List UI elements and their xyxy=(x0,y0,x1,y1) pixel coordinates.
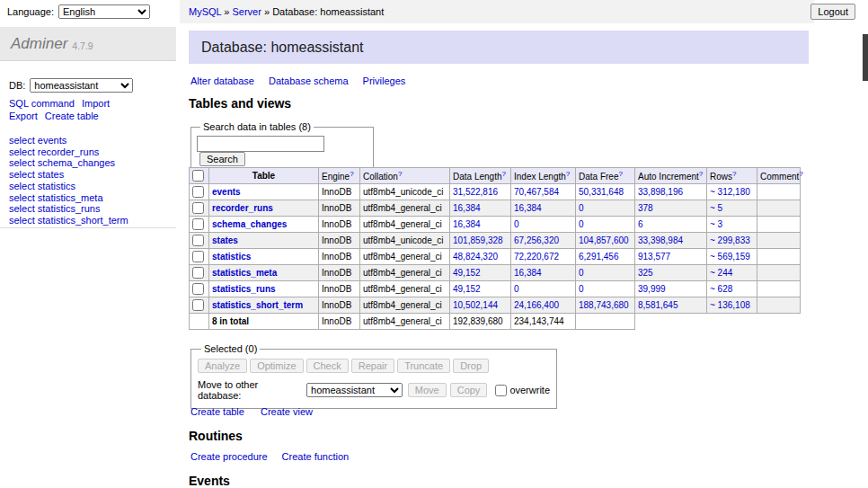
cell-data_length-link[interactable]: 31,522,816 xyxy=(453,187,498,197)
link-create-view[interactable]: Create view xyxy=(261,406,313,417)
cell-auto_increment-link[interactable]: 33,398,984 xyxy=(638,235,683,245)
table-link-recorder-runs[interactable]: recorder_runs xyxy=(212,203,273,213)
help-collation-link[interactable]: ? xyxy=(398,170,402,178)
cell-rows-link[interactable]: ~ 5 xyxy=(710,203,722,213)
cell-auto_increment-link[interactable]: 378 xyxy=(638,203,653,213)
cell-index_length-link[interactable]: 72,220,672 xyxy=(514,252,559,262)
cell-index_length-link[interactable]: 0 xyxy=(514,284,519,294)
table-link-statistics-runs[interactable]: statistics_runs xyxy=(212,284,276,294)
cell-index_length-link[interactable]: 24,166,400 xyxy=(514,300,559,310)
help-rows-link[interactable]: ? xyxy=(732,170,736,178)
table-link-events[interactable]: events xyxy=(212,187,241,197)
row-checkbox[interactable] xyxy=(192,186,204,198)
cell-rows-link[interactable]: ~ 244 xyxy=(710,268,732,278)
cell-data_free-link[interactable]: 6,291,456 xyxy=(579,252,619,262)
search-input[interactable] xyxy=(197,136,324,152)
cell-data_free-link[interactable]: 188,743,680 xyxy=(579,300,629,310)
analyze-button[interactable]: Analyze xyxy=(198,359,247,373)
cell-index_length-link[interactable]: 16,384 xyxy=(514,268,542,278)
cell-index_length-link[interactable]: 70,467,584 xyxy=(514,187,559,197)
breadcrumb-link-mysql[interactable]: MySQL xyxy=(189,6,221,17)
scrollbar-thumb[interactable] xyxy=(863,34,868,81)
cell-data_length-link[interactable]: 10,502,144 xyxy=(453,300,498,310)
cell-index_length-link[interactable]: 16,384 xyxy=(514,203,542,213)
sidebar-table-link-select-recorder-runs[interactable]: select recorder_runs xyxy=(9,146,128,158)
cell-auto_increment-link[interactable]: 913,577 xyxy=(638,252,670,262)
cell-auto_increment-link[interactable]: 33,898,196 xyxy=(638,187,683,197)
table-link-schema-changes[interactable]: schema_changes xyxy=(212,219,287,229)
cell-rows-link[interactable]: ~ 136,108 xyxy=(710,300,750,310)
move-db-select[interactable]: homeassistant xyxy=(306,383,403,397)
row-checkbox[interactable] xyxy=(192,202,204,214)
optimize-button[interactable]: Optimize xyxy=(250,359,303,373)
action-link-privileges[interactable]: Privileges xyxy=(363,75,406,86)
cell-rows-link[interactable]: ~ 3 xyxy=(710,219,722,229)
table-link-states[interactable]: states xyxy=(212,235,238,245)
cell-rows-link[interactable]: ~ 569,159 xyxy=(710,252,750,262)
table-link-statistics-short-term[interactable]: statistics_short_term xyxy=(212,300,303,310)
logout-button[interactable]: Logout xyxy=(810,4,855,20)
row-checkbox[interactable] xyxy=(192,283,204,295)
cell-data_length-link[interactable]: 101,859,328 xyxy=(453,235,503,245)
cell-rows-link[interactable]: ~ 312,180 xyxy=(710,187,750,197)
sidebar-table-link-select-schema-changes[interactable]: select schema_changes xyxy=(9,157,128,169)
truncate-button[interactable]: Truncate xyxy=(397,359,450,373)
cell-data_length-link[interactable]: 49,152 xyxy=(453,284,481,294)
cell-auto_increment-link[interactable]: 8,581,645 xyxy=(638,300,678,310)
row-checkbox[interactable] xyxy=(192,299,204,311)
cell-data_free-link[interactable]: 50,331,648 xyxy=(579,187,624,197)
cell-data_free-link[interactable]: 0 xyxy=(579,284,584,294)
cell-data_length-link[interactable]: 49,152 xyxy=(453,268,481,278)
cell-data_length-link[interactable]: 48,824,320 xyxy=(453,252,498,262)
sidebar-table-link-select-statistics-meta[interactable]: select statistics_meta xyxy=(9,192,128,204)
language-select[interactable]: English xyxy=(58,4,150,19)
cell-index_length-link[interactable]: 0 xyxy=(514,219,519,229)
action-link-database-schema[interactable]: Database schema xyxy=(269,75,349,86)
sidebar-table-link-select-statistics-short-term[interactable]: select statistics_short_term xyxy=(9,215,128,226)
help-data-free-link[interactable]: ? xyxy=(618,170,622,178)
row-checkbox[interactable] xyxy=(192,267,204,279)
table-link-statistics[interactable]: statistics xyxy=(212,252,251,262)
cell-data_free-link[interactable]: 0 xyxy=(579,203,584,213)
table-link-statistics-meta[interactable]: statistics_meta xyxy=(212,268,277,278)
link-create-procedure[interactable]: Create procedure xyxy=(190,451,268,462)
sidebar-table-link-select-states[interactable]: select states xyxy=(9,169,128,181)
sidebar-link-export[interactable]: Export xyxy=(9,111,38,121)
action-link-alter-database[interactable]: Alter database xyxy=(190,75,254,86)
row-checkbox[interactable] xyxy=(192,218,204,230)
search-button[interactable]: Search xyxy=(199,152,245,166)
row-checkbox[interactable] xyxy=(192,251,204,262)
cell-index_length-link[interactable]: 67,256,320 xyxy=(514,235,559,245)
db-select[interactable]: homeassistant xyxy=(30,78,133,93)
sidebar-link-create-table[interactable]: Create table xyxy=(45,111,99,121)
copy-button[interactable]: Copy xyxy=(450,383,488,397)
cell-data_length-link[interactable]: 16,384 xyxy=(453,203,481,213)
sidebar-table-link-select-events[interactable]: select events xyxy=(9,135,128,146)
cell-rows-link[interactable]: ~ 299,833 xyxy=(710,235,750,245)
cell-data_free-link[interactable]: 104,857,600 xyxy=(579,235,629,245)
cell-data_length-link[interactable]: 16,384 xyxy=(453,219,481,229)
cell-auto_increment-link[interactable]: 325 xyxy=(638,268,653,278)
cell-data_free-link[interactable]: 0 xyxy=(579,219,584,229)
link-create-table[interactable]: Create table xyxy=(190,406,244,417)
cell-auto_increment-link[interactable]: 6 xyxy=(638,219,643,229)
help-engine-link[interactable]: ? xyxy=(350,170,353,178)
sidebar-link-import[interactable]: Import xyxy=(82,98,110,109)
help-auto-increment-link[interactable]: ? xyxy=(699,170,703,178)
repair-button[interactable]: Repair xyxy=(351,359,394,373)
cell-auto_increment-link[interactable]: 39,999 xyxy=(638,284,666,294)
cell-rows-link[interactable]: ~ 628 xyxy=(710,284,732,294)
drop-button[interactable]: Drop xyxy=(453,359,489,373)
row-checkbox[interactable] xyxy=(192,235,204,246)
select-all-checkbox[interactable] xyxy=(192,170,204,182)
breadcrumb-link-server[interactable]: Server xyxy=(233,6,261,17)
sidebar-link-sql-command[interactable]: SQL command xyxy=(9,98,75,109)
check-button[interactable]: Check xyxy=(306,359,349,373)
overwrite-checkbox[interactable] xyxy=(495,385,507,396)
help-index-length-link[interactable]: ? xyxy=(566,170,570,178)
sidebar-table-link-select-statistics[interactable]: select statistics xyxy=(9,181,128,192)
link-create-function[interactable]: Create function xyxy=(282,451,350,462)
move-button[interactable]: Move xyxy=(408,383,447,397)
cell-data_free-link[interactable]: 0 xyxy=(579,268,584,278)
adminer-logo-link[interactable]: Adminer xyxy=(11,35,67,53)
